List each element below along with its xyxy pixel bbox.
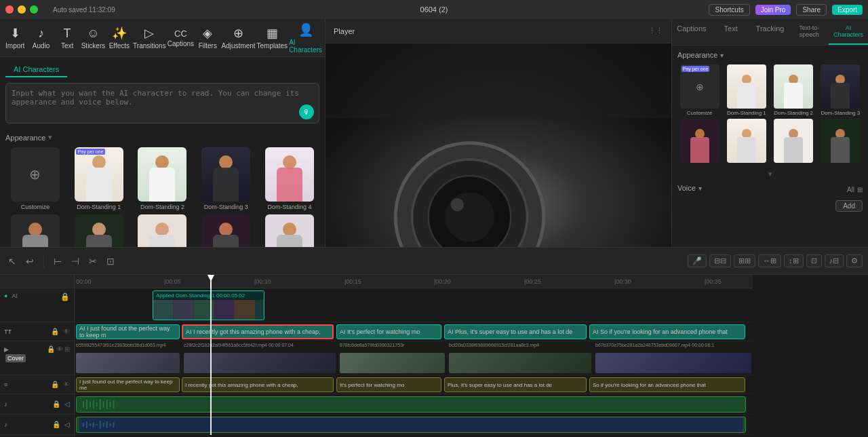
toolbar-audio[interactable]: ♪ Audio (28, 22, 53, 54)
video-file-labels: b5599255473f91e2383bbfd36d1d063.mp4 c28f… (76, 343, 751, 352)
join-pro-button[interactable]: Join Pro (755, 5, 791, 15)
timeline-zoom-fit[interactable]: ↔⊞ (758, 254, 781, 267)
sub-clip-2[interactable]: I recently got this amazing phone with a… (182, 377, 334, 392)
trim-start-tool[interactable]: ⊢ (51, 254, 64, 268)
right-char-dom2[interactable]: Dom-Standing 2 (772, 64, 816, 116)
audio1-vol[interactable]: ◁ (64, 400, 70, 408)
right-add-button[interactable]: Add (835, 200, 863, 212)
svg-rect-27 (110, 423, 111, 426)
tab-text[interactable]: Text (711, 19, 751, 45)
right-char-r2-4[interactable] (818, 119, 863, 164)
ai-thumb-4 (214, 300, 235, 320)
ai-characters-tab[interactable]: AI Characters (5, 62, 67, 77)
timeline: ↖ ↩ ⊢ ⊣ ✂ ⊡ 🎤 ⊟⊟ ⊞⊞ ↔⊞ ↕⊞ ⊡ ♪⊟ ⚙ ● AI 🔒 (0, 247, 868, 437)
video-thumb-3[interactable] (340, 353, 445, 373)
audio2-vol[interactable]: ◁ (64, 421, 70, 428)
toolbar-templates[interactable]: ▦ Templates (257, 22, 288, 54)
voice-chevron: ▾ (698, 185, 702, 192)
toolbar-captions[interactable]: CC Captions (167, 22, 194, 54)
video-track-lock[interactable]: 🔒 (47, 345, 55, 353)
toolbar-text[interactable]: T Text (55, 22, 79, 54)
toolbar-effects[interactable]: ✨ Effects (107, 22, 132, 54)
sub-clip-3[interactable]: It's perfect for watching mo (336, 377, 441, 392)
video-track-eye[interactable]: 👁 (56, 345, 63, 353)
tab-tracking[interactable]: Tracking (751, 19, 790, 45)
tab-captions[interactable]: Captions (672, 19, 711, 45)
char-dom-standing-1[interactable]: Pay per one Dom-Standing 1 (69, 147, 129, 210)
text-track-eye[interactable]: 👁 (63, 328, 70, 335)
right-char-r2-1[interactable] (677, 119, 722, 164)
voice-filter[interactable]: All ⊞ (847, 186, 863, 193)
tab-text-to-speech[interactable]: Text-to-speech (789, 19, 829, 45)
ai-mic-button[interactable]: 🎙 (299, 104, 314, 119)
right-char-r2-4-thumb (821, 119, 860, 163)
video-track-more[interactable]: ⊞ (64, 345, 70, 353)
sub-clip-4[interactable]: Plus, it's super easy to use and has a l… (444, 377, 587, 392)
subtitle-track-eye[interactable]: 👁 (63, 381, 70, 388)
right-char-customize[interactable]: ⊕ Pay per one Customize (677, 64, 722, 116)
char-dom-standing-4[interactable]: Dom-Standing 4 (260, 147, 319, 210)
effects-icon: ✨ (112, 26, 127, 41)
timeline-zoom-custom[interactable]: ↕⊞ (784, 254, 804, 267)
maximize-button[interactable] (30, 5, 38, 14)
close-button[interactable] (5, 5, 14, 14)
audio1-clip[interactable] (76, 396, 746, 413)
subtitle-track-lock[interactable]: 🔒 (51, 381, 59, 388)
timeline-cursor-tool[interactable]: ↖ (5, 254, 19, 268)
audio1-lock[interactable]: 🔒 (52, 400, 60, 408)
delete-tool[interactable]: ⊡ (104, 254, 117, 268)
timeline-zoom-out[interactable]: ⊟⊟ (709, 254, 731, 267)
ai-video-clip[interactable]: Applied Dom-Standing 1 00:00:05:02 (153, 290, 264, 320)
char-dom-standing-3[interactable]: Dom-Standing 3 (196, 147, 256, 210)
minimize-button[interactable] (18, 5, 26, 14)
ai-text-input[interactable] (5, 83, 319, 124)
right-char-dom3[interactable]: Dom-Standing 3 (818, 64, 863, 116)
toolbar-ai-characters[interactable]: 👤 AI Characters (289, 22, 322, 54)
video-thumb-4[interactable] (449, 353, 591, 373)
text-clip-3[interactable]: AI It's perfect for watching mo (336, 324, 441, 339)
toolbar-transitions[interactable]: ▷ Transitions (133, 22, 166, 54)
timeline-caption-tool[interactable]: ⊡ (806, 254, 822, 267)
char-dom-standing-2[interactable]: Dom-Standing 2 (133, 147, 193, 210)
toolbar-import[interactable]: ⬇ Import (3, 22, 27, 54)
text-track-lock[interactable]: 🔒 (51, 328, 59, 335)
char-customize[interactable]: ⊕ Customize (5, 147, 65, 210)
right-char-r2-3[interactable] (772, 119, 816, 164)
right-char-dom1[interactable]: Dom-Standing 1 (724, 64, 768, 116)
video-thumb-5[interactable] (595, 353, 751, 373)
timeline-mic[interactable]: 🎤 (688, 254, 707, 267)
text-clip-4[interactable]: AI Plus, it's super easy to use and has … (444, 324, 587, 339)
timeline-settings[interactable]: ⚙ (846, 254, 863, 267)
trim-end-tool[interactable]: ⊣ (68, 254, 82, 268)
timeline-zoom-in[interactable]: ⊞⊞ (734, 254, 755, 267)
right-char-r2-2[interactable] (724, 119, 768, 164)
text-clip-1[interactable]: AI I just found out the perfect way to k… (76, 324, 180, 339)
shortcuts-button[interactable]: Shortcuts (709, 4, 749, 16)
text-clip-2[interactable]: AI I recently got this amazing phone wit… (182, 324, 334, 339)
svg-rect-13 (100, 399, 101, 410)
svg-rect-8 (83, 401, 84, 408)
svg-rect-15 (106, 400, 108, 409)
timeline-audio-tool[interactable]: ♪⊟ (825, 254, 844, 267)
toolbar-stickers[interactable]: ☺ Stickers (81, 22, 105, 54)
track-ai-video: Applied Dom-Standing 1 00:00:05:02 (75, 288, 753, 322)
text-clip-5[interactable]: AI So if you're looking for an advanced … (589, 324, 745, 339)
share-button[interactable]: Share (796, 4, 827, 16)
split-tool[interactable]: ✂ (86, 254, 100, 268)
player-menu-icon[interactable]: ⋮⋮ (648, 26, 663, 35)
timeline-tracks-scroll[interactable]: 00:00 |00:05 |00:10 |00:15 |00:20 |00:25… (75, 275, 868, 437)
sub-clip-1[interactable]: I just found out the perfect way to keep… (76, 377, 180, 392)
video-thumb-2[interactable] (184, 353, 336, 373)
tab-ai-characters[interactable]: AI Characters (829, 19, 868, 45)
sub-clip-5[interactable]: So if you're looking for an advanced pho… (589, 377, 745, 392)
ai-video-lock-icon[interactable]: 🔒 (60, 292, 70, 301)
audio2-lock[interactable]: 🔒 (52, 421, 60, 428)
export-button[interactable]: Export (832, 5, 863, 15)
audio2-clip[interactable] (76, 417, 746, 433)
appearance-section-label: Appearance ▾ (5, 133, 319, 142)
video-thumb-1[interactable] (76, 353, 180, 373)
toolbar-filters[interactable]: ◈ Filters (195, 22, 220, 54)
toolbar-adjustment[interactable]: ⊕ Adjustment (222, 22, 256, 54)
playhead[interactable] (210, 275, 212, 288)
timeline-undo[interactable]: ↩ (23, 254, 37, 268)
